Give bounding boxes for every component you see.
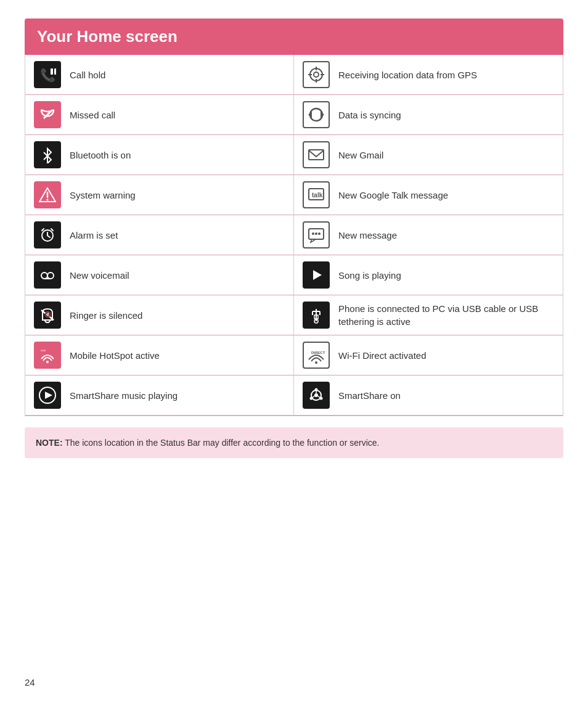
- svg-point-17: [47, 199, 49, 201]
- wifidirect-label: Wi-Fi Direct activated: [338, 349, 427, 362]
- list-item: ≡≡≡ Mobile HotSpot active: [25, 335, 294, 376]
- list-item: 📞 Call hold: [25, 55, 294, 95]
- svg-point-42: [46, 361, 49, 363]
- message-icon: [303, 221, 330, 248]
- playing-label: Song is playing: [338, 269, 401, 282]
- bluetooth-icon: [34, 141, 61, 168]
- voicemail-icon: [34, 261, 61, 289]
- table-container: 📞 Call hold Receiving location data from: [25, 55, 563, 416]
- note-bold: NOTE:: [36, 438, 63, 448]
- svg-point-45: [315, 361, 317, 364]
- list-item: SmartShare on: [294, 376, 563, 416]
- svg-point-28: [318, 232, 321, 235]
- list-item: Song is playing: [294, 255, 563, 295]
- voicemail-label: New voicemail: [70, 269, 129, 282]
- svg-point-29: [41, 273, 47, 279]
- list-item: New voicemail: [25, 255, 294, 295]
- usb-icon: [303, 302, 330, 329]
- svg-line-23: [42, 229, 44, 231]
- list-item: System warning: [25, 175, 294, 215]
- svg-point-50: [314, 393, 318, 397]
- list-item: Bluetooth is on: [25, 135, 294, 175]
- warning-label: System warning: [70, 189, 136, 202]
- svg-point-51: [315, 388, 318, 392]
- svg-marker-48: [45, 392, 52, 399]
- smartshare-play-icon: [34, 382, 61, 409]
- gmail-label: New Gmail: [338, 149, 383, 162]
- list-item: Receiving location data from GPS: [294, 55, 563, 95]
- alarm-label: Alarm is set: [70, 229, 118, 242]
- list-item: SmartShare music playing: [25, 376, 294, 416]
- svg-point-27: [315, 232, 317, 235]
- svg-text:DIRECT: DIRECT: [311, 351, 325, 355]
- wifidirect-icon: DIRECT: [303, 342, 330, 369]
- sync-label: Data is syncing: [338, 109, 401, 121]
- svg-line-22: [47, 236, 50, 237]
- gps-icon: [303, 61, 330, 88]
- list-item: Missed call: [25, 95, 294, 135]
- smartshare-label: SmartShare on: [338, 389, 401, 402]
- message-label: New message: [338, 229, 397, 242]
- svg-rect-14: [309, 150, 324, 160]
- note-text: The icons location in the Status Bar may…: [63, 438, 380, 448]
- ringer-label: Ringer is silenced: [70, 309, 142, 322]
- sync-icon: [303, 101, 330, 128]
- bluetooth-label: Bluetooth is on: [70, 149, 131, 162]
- list-item: New message: [294, 215, 563, 255]
- svg-line-24: [51, 229, 53, 231]
- hotspot-icon: ≡≡≡: [34, 342, 61, 369]
- alarm-icon: [34, 221, 61, 248]
- gtalk-icon: talk: [303, 181, 330, 208]
- smartshare-icon: [303, 382, 330, 409]
- list-item: Alarm is set: [25, 215, 294, 255]
- list-item: Phone is connected to PC via USB cable o…: [294, 295, 563, 335]
- playing-icon: [303, 261, 330, 289]
- svg-text:📞: 📞: [40, 68, 55, 83]
- svg-line-56: [312, 396, 314, 398]
- smartshare-play-label: SmartShare music playing: [70, 389, 178, 402]
- gmail-icon: [303, 141, 330, 168]
- svg-text:≡≡≡: ≡≡≡: [41, 348, 46, 352]
- list-item: Data is syncing: [294, 95, 563, 135]
- svg-point-4: [314, 72, 319, 77]
- list-item: 🔇 Ringer is silenced: [25, 295, 294, 335]
- ringer-icon: 🔇: [34, 302, 61, 329]
- list-item: talk New Google Talk message: [294, 175, 563, 215]
- gtalk-label: New Google Talk message: [338, 189, 448, 202]
- svg-point-26: [312, 232, 314, 235]
- icon-grid: 📞 Call hold Receiving location data from: [25, 55, 563, 416]
- warning-icon: [34, 181, 61, 208]
- missed-call-icon: [34, 101, 61, 128]
- gps-label: Receiving location data from GPS: [338, 68, 477, 81]
- svg-rect-2: [54, 68, 56, 75]
- call-hold-svg: 📞: [39, 66, 56, 83]
- usb-label: Phone is connected to PC via USB cable o…: [338, 302, 554, 328]
- svg-line-55: [318, 396, 320, 398]
- missed-call-label: Missed call: [70, 109, 115, 121]
- svg-text:talk: talk: [312, 192, 323, 199]
- call-hold-label: Call hold: [70, 68, 105, 81]
- list-item: New Gmail: [294, 135, 563, 175]
- svg-text:🔇: 🔇: [44, 311, 52, 318]
- svg-rect-1: [51, 68, 53, 75]
- page-title: Your Home screen: [25, 18, 563, 55]
- svg-point-30: [47, 273, 54, 279]
- call-hold-icon: 📞: [34, 61, 61, 88]
- page-number: 24: [25, 677, 35, 688]
- list-item: DIRECT Wi-Fi Direct activated: [294, 335, 563, 376]
- hotspot-label: Mobile HotSpot active: [70, 349, 160, 362]
- note-box: NOTE: The icons location in the Status B…: [25, 427, 563, 458]
